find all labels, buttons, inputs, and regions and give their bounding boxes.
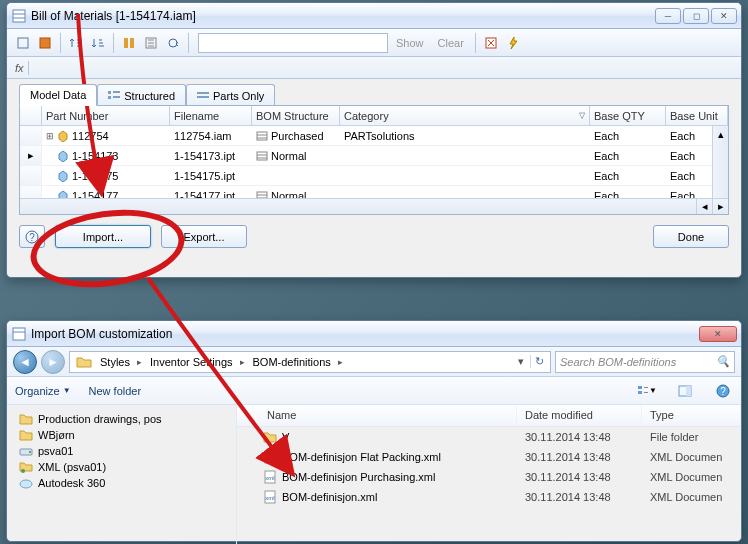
scroll-up[interactable]: ▴ [713,126,728,142]
list-item[interactable]: xmlBOM-definisjon Purchasing.xml30.11.20… [237,467,741,487]
cell-base-qty[interactable]: Each [590,166,666,185]
formula-bar: fx [7,57,741,79]
cell-filename[interactable]: 1-154173.ipt [170,146,252,165]
crumb-2[interactable]: BOM-definitions [249,356,347,368]
svg-rect-34 [686,386,691,396]
cell-category[interactable]: PARTsolutions [340,126,590,145]
new-folder-button[interactable]: New folder [89,385,142,397]
nav-item[interactable]: psva01 [15,443,228,459]
crumb-0[interactable]: Styles [96,356,146,368]
table-row[interactable]: ⊞112754112754.iamPurchasedPARTsolutionsE… [20,126,728,146]
col-type[interactable]: Type [642,405,741,426]
svg-rect-29 [638,386,642,389]
clear-button[interactable]: Clear [432,35,470,51]
cell-part-number[interactable]: 1-154175 [42,166,170,185]
export-button[interactable]: Export... [161,225,247,248]
cell-bom-structure[interactable]: Normal [252,146,340,165]
bom-titlebar[interactable]: Bill of Materials [1-154174.iam] ─ ◻ ✕ [7,3,741,29]
nav-item[interactable]: Production drawings, pos [15,411,228,427]
toolbar-btn-6[interactable] [141,33,161,53]
col-base-unit[interactable]: Base Unit [666,106,728,125]
table-row[interactable]: 1-1541751-154175.iptEachEach [20,166,728,186]
cell-base-qty[interactable]: Each [590,146,666,165]
col-filename[interactable]: Filename [170,106,252,125]
done-button[interactable]: Done [653,225,729,248]
svg-rect-4 [40,38,50,48]
toolbar-btn-8[interactable] [481,33,501,53]
minimize-button[interactable]: ─ [655,8,681,24]
col-bom-structure[interactable]: BOM Structure [252,106,340,125]
help-icon[interactable]: ? [713,381,733,401]
cell-filename[interactable]: 1-154175.ipt [170,166,252,185]
toolbar-btn-7[interactable] [163,33,183,53]
folder-icon [72,355,96,369]
list-item[interactable]: V30.11.2014 13:48File folder [237,427,741,447]
col-base-qty[interactable]: Base QTY [590,106,666,125]
search-input[interactable]: Search BOM-definitions 🔍 [555,351,735,373]
svg-rect-3 [18,38,28,48]
toolbar-btn-5[interactable] [119,33,139,53]
svg-point-8 [169,39,177,47]
col-indicator[interactable] [20,106,42,125]
svg-rect-10 [108,91,111,94]
lightning-icon[interactable] [503,33,523,53]
cell-base-qty[interactable]: Each [590,126,666,145]
svg-text:xml: xml [265,455,274,461]
tab-model-data[interactable]: Model Data [19,84,97,106]
crumb-1[interactable]: Inventor Settings [146,356,249,368]
col-name[interactable]: Name [237,405,517,426]
svg-rect-27 [13,328,25,340]
nav-item[interactable]: XML (psva01) [15,459,228,475]
col-date[interactable]: Date modified [517,405,642,426]
table-row[interactable]: ▸1-1541731-154173.iptNormalEachEach [20,146,728,166]
help-button[interactable]: ? [19,225,45,248]
tab-structured[interactable]: Structured [97,84,186,106]
scroll-left[interactable]: ◂ [696,199,712,214]
scroll-right[interactable]: ▸ [712,199,728,214]
preview-pane-button[interactable] [675,381,695,401]
cell-bom-structure[interactable]: Purchased [252,126,340,145]
svg-rect-31 [644,387,648,388]
svg-rect-19 [257,152,267,160]
toolbar-btn-1[interactable] [13,33,33,53]
folder-icon [263,431,277,443]
maximize-button[interactable]: ◻ [683,8,709,24]
cell-category[interactable] [340,166,590,185]
file-dialog-close[interactable]: ✕ [699,326,737,342]
list-item[interactable]: xmlBOM-definisjon.xml30.11.2014 13:48XML… [237,487,741,507]
nav-item[interactable]: Autodesk 360 [15,475,228,491]
sort-desc-icon[interactable] [88,33,108,53]
cell-filename[interactable]: 112754.iam [170,126,252,145]
col-part-number[interactable]: Part Number [42,106,170,125]
organize-button[interactable]: Organize ▼ [15,385,71,397]
breadcrumb-dropdown[interactable]: ▾ [512,355,530,368]
folder-icon [19,413,33,425]
refresh-icon[interactable]: ↻ [530,355,548,368]
nav-forward[interactable]: ► [41,350,65,374]
sort-asc-icon[interactable] [66,33,86,53]
breadcrumb[interactable]: Styles Inventor Settings BOM-definitions… [69,351,551,373]
bom-tabs: Model Data Structured Parts Only [7,79,741,105]
cell-category[interactable] [340,146,590,165]
nav-item[interactable]: WBjørn [15,427,228,443]
svg-rect-6 [130,38,134,48]
show-button[interactable]: Show [390,35,430,51]
file-dialog-titlebar[interactable]: Import BOM customization ✕ [7,321,741,347]
structure-icon [256,150,268,162]
svg-rect-14 [197,92,209,94]
close-button[interactable]: ✕ [711,8,737,24]
toolbar-btn-2[interactable] [35,33,55,53]
svg-point-38 [29,451,31,453]
import-button[interactable]: Import... [55,225,151,248]
cell-part-number[interactable]: ⊞112754 [42,126,170,145]
bom-app-icon [11,8,27,24]
list-item[interactable]: xmlBOM-definisjon Flat Packing.xml30.11.… [237,447,741,467]
cell-bom-structure[interactable] [252,166,340,185]
nav-back[interactable]: ◄ [13,350,37,374]
cell-part-number[interactable]: 1-154173 [42,146,170,165]
tab-parts-only[interactable]: Parts Only [186,84,275,106]
list-pane: Name Date modified Type V30.11.2014 13:4… [237,405,741,544]
view-button[interactable]: ▼ [637,381,657,401]
col-category[interactable]: Category [340,106,590,125]
toolbar-combo[interactable] [198,33,388,53]
